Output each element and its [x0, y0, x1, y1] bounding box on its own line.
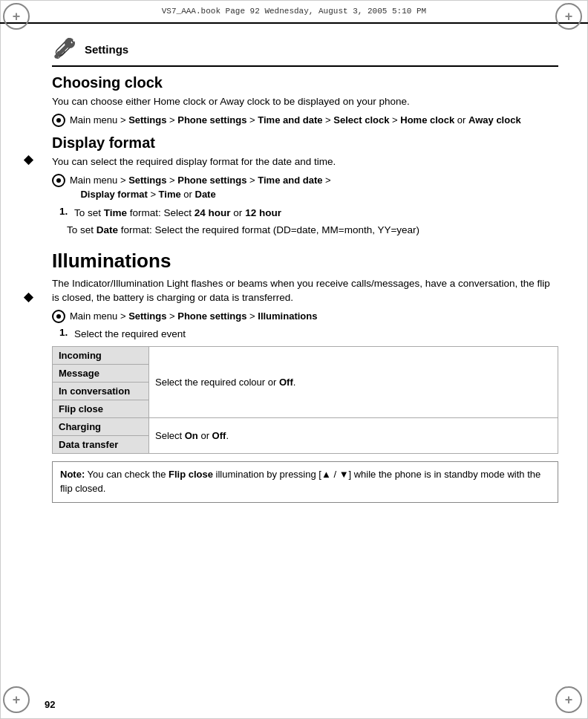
choosing-clock-menu-text: Main menu > Settings > Phone settings > …: [70, 113, 521, 128]
main-content: Settings Choosing clock You can choose e…: [45, 24, 566, 689]
corner-decoration-br: [555, 686, 585, 716]
settings-title: Settings: [85, 43, 128, 56]
illuminations-step1: 1. Select the required event: [59, 327, 558, 342]
menu-path-icon-2: [52, 174, 65, 187]
table-cell-message: Message: [53, 364, 149, 382]
note-text: You can check the Flip close illuminatio…: [60, 469, 540, 494]
display-format-step1: 1. To set Time format: Select 24 hour or…: [59, 206, 558, 221]
illuminations-menu-text: Main menu > Settings > Phone settings > …: [70, 309, 317, 324]
table-cell-on-off-desc: Select On or Off.: [149, 417, 558, 453]
table-cell-colour-desc: Select the required colour or Off.: [149, 346, 558, 417]
left-margin-marker-2: ◆: [24, 290, 33, 304]
choosing-clock-menu-path: Main menu > Settings > Phone settings > …: [52, 113, 558, 128]
header-file-info: VS7_AAA.book Page 92 Wednesday, August 3…: [15, 7, 573, 16]
corner-decoration-bl: [3, 686, 33, 716]
display-format-step1-sub: To set Date format: Select the required …: [67, 223, 558, 238]
illum-step1-number: 1.: [59, 327, 74, 342]
table-cell-data-transfer: Data transfer: [53, 435, 149, 453]
illuminations-body: The Indicator/Illumination Light flashes…: [52, 276, 558, 305]
table-cell-incoming: Incoming: [53, 346, 149, 364]
settings-header: Settings: [52, 36, 558, 67]
display-format-section: Display format You can select the requir…: [52, 134, 558, 238]
illuminations-heading: Illuminations: [52, 250, 558, 273]
choosing-clock-section: Choosing clock You can choose either Hom…: [52, 74, 558, 127]
illuminations-menu-path: Main menu > Settings > Phone settings > …: [52, 309, 558, 324]
step1-text: To set Time format: Select 24 hour or 12…: [74, 206, 281, 221]
display-format-menu-text: Main menu > Settings > Phone settings > …: [70, 173, 331, 202]
menu-path-icon: [52, 114, 65, 127]
page-number: 92: [45, 699, 55, 710]
illum-step1-text: Select the required event: [74, 327, 186, 342]
table-cell-flip-close: Flip close: [53, 400, 149, 417]
display-format-body: You can select the required display form…: [52, 154, 558, 169]
settings-icon: [52, 36, 79, 62]
left-margin-marker-1: ◆: [24, 152, 33, 166]
table-cell-charging: Charging: [53, 417, 149, 435]
display-format-menu-path: Main menu > Settings > Phone settings > …: [52, 173, 558, 202]
header-bar: VS7_AAA.book Page 92 Wednesday, August 3…: [0, 0, 588, 24]
illuminations-table: Incoming Select the required colour or O…: [52, 346, 558, 454]
choosing-clock-heading: Choosing clock: [52, 74, 558, 91]
corner-decoration-tl: [3, 3, 33, 33]
choosing-clock-body: You can choose either Home clock or Away…: [52, 94, 558, 109]
step1-number: 1.: [59, 206, 74, 221]
table-row: Charging Select On or Off.: [53, 417, 558, 435]
note-box: Note: You can check the Flip close illum…: [52, 461, 558, 503]
display-format-heading: Display format: [52, 134, 558, 152]
menu-path-icon-3: [52, 310, 65, 323]
illuminations-section: Illuminations The Indicator/Illumination…: [52, 250, 558, 503]
note-label: Note:: [60, 469, 85, 480]
table-row: Incoming Select the required colour or O…: [53, 346, 558, 364]
table-cell-in-conversation: In conversation: [53, 382, 149, 400]
